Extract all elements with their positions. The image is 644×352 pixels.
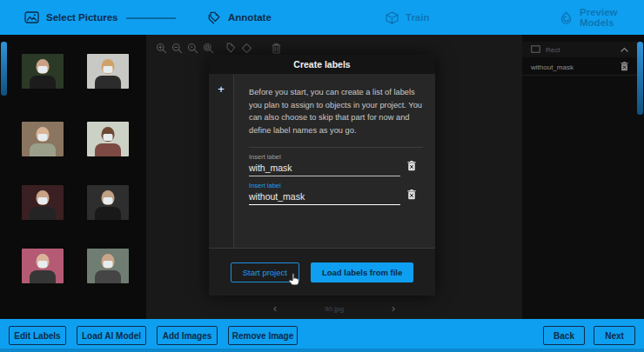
modal-left-rail: + (209, 74, 234, 248)
label-name: without_mask (531, 63, 574, 71)
image-thumbnail[interactable] (22, 54, 64, 89)
cube-icon (386, 11, 399, 24)
image-thumbnail[interactable] (87, 54, 129, 89)
modal-content: Before you start, you can create a list … (234, 74, 435, 248)
load-ai-model-button[interactable]: Load AI Model (77, 326, 146, 345)
zoom-fit-icon[interactable] (200, 41, 216, 55)
polygon-icon[interactable] (238, 41, 254, 55)
step-connector (126, 17, 176, 19)
picture-icon (24, 11, 39, 23)
rect-tool-icon (531, 45, 540, 55)
labels-panel: Rect without_mask (522, 35, 644, 319)
shape-tool-row[interactable]: Rect (522, 42, 637, 57)
next-button[interactable]: Next (594, 326, 635, 345)
zoom-in-icon[interactable] (153, 41, 169, 55)
input-caption: Insert label (249, 153, 400, 161)
image-thumbnail[interactable] (22, 122, 64, 156)
gallery-scrollbar[interactable] (1, 42, 7, 96)
image-thumbnail[interactable] (87, 122, 129, 156)
current-image-filename: 90.jpg (325, 305, 344, 313)
label-input-row: Insert label with_mask (249, 153, 423, 176)
remove-image-button[interactable]: Remove Image (228, 326, 298, 345)
step-header: Select Pictures Annotate Train P (0, 0, 644, 35)
canvas-toolbar (153, 41, 284, 55)
create-labels-modal: Create labels + Before you start, you ca… (209, 55, 435, 296)
modal-title: Create labels (209, 55, 435, 74)
bottom-toolbar: Edit Labels Load AI Model Add Images Rem… (0, 319, 644, 352)
edit-labels-button[interactable]: Edit Labels (9, 326, 66, 345)
delete-label-icon[interactable] (400, 161, 423, 176)
label-input-row: Insert label without_mask (249, 182, 423, 205)
image-thumbnail[interactable] (87, 249, 129, 283)
label-input[interactable]: without_mask (249, 191, 400, 205)
add-images-button[interactable]: Add Images (157, 326, 218, 345)
step-label: Select Pictures (46, 12, 117, 23)
image-thumbnail[interactable] (22, 249, 64, 283)
chevron-up-icon[interactable] (621, 46, 628, 54)
label-tag-icon[interactable] (223, 41, 238, 55)
tag-icon (207, 11, 221, 24)
labels-scrollbar[interactable] (637, 42, 643, 115)
label-list-item[interactable]: without_mask (522, 59, 637, 76)
flame-icon (560, 11, 573, 24)
zoom-reset-icon[interactable] (184, 41, 200, 55)
image-thumbnail[interactable] (87, 185, 129, 220)
step-annotate[interactable]: Annotate (207, 0, 272, 35)
step-train[interactable]: Train (386, 0, 429, 35)
load-labels-from-file-button[interactable]: Load labels from file (311, 262, 413, 282)
delete-label-icon[interactable] (400, 189, 423, 205)
start-project-button[interactable]: Start project (231, 262, 299, 282)
modal-description: Before you start, you can create a list … (249, 86, 423, 137)
input-caption: Insert label (249, 182, 400, 189)
back-button[interactable]: Back (543, 326, 585, 345)
step-label: Annotate (228, 12, 272, 23)
zoom-out-icon[interactable] (169, 41, 184, 55)
add-label-button[interactable]: + (218, 83, 225, 248)
delete-annotation-icon[interactable] (268, 41, 284, 55)
step-label: Preview Models (580, 7, 644, 28)
image-thumbnail[interactable] (22, 185, 64, 220)
step-preview-models[interactable]: Preview Models (560, 0, 644, 35)
shape-tool-label: Rect (546, 46, 560, 54)
label-input[interactable]: with_mask (249, 163, 400, 176)
divider (249, 147, 423, 148)
next-image-icon[interactable]: › (392, 303, 395, 314)
step-select-pictures[interactable]: Select Pictures (24, 0, 117, 35)
previous-image-icon[interactable]: ‹ (273, 303, 277, 314)
image-pager: ‹ 90.jpg › (146, 301, 522, 316)
modal-footer: Start project Load labels from file (209, 248, 435, 296)
step-label: Train (406, 12, 429, 23)
image-gallery-panel (0, 35, 146, 319)
delete-label-icon[interactable] (621, 62, 628, 73)
